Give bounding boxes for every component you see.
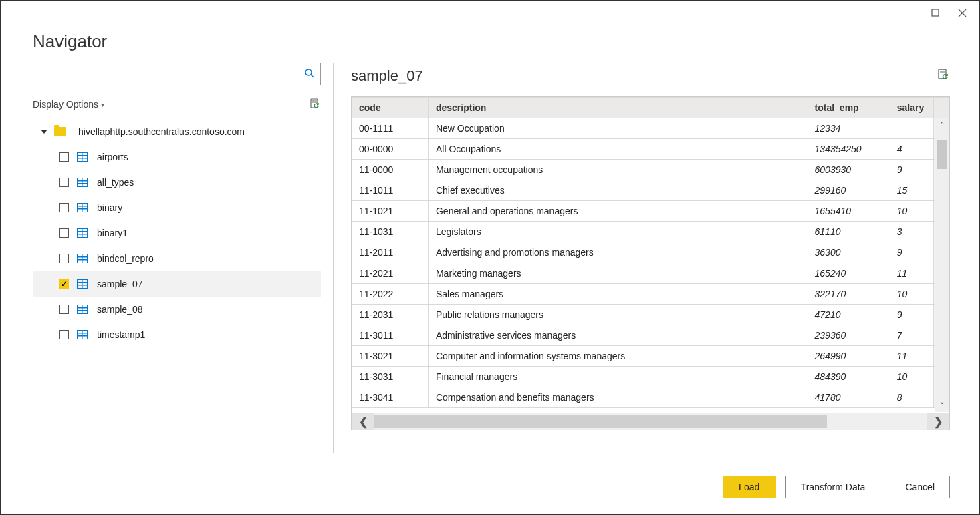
cell-total_emp: 299160: [808, 180, 890, 201]
cell-total_emp: 264990: [808, 346, 890, 367]
maximize-icon: [931, 9, 939, 17]
cell-code: 11-1011: [352, 180, 429, 201]
table-icon: [77, 330, 88, 339]
col-header-total-emp[interactable]: total_emp: [808, 98, 890, 118]
horizontal-scrollbar[interactable]: ❮ ❯: [352, 413, 949, 430]
cell-description: New Occupation: [428, 118, 808, 139]
cell-total_emp: 41780: [808, 387, 890, 408]
cell-total_emp: 47210: [808, 305, 890, 325]
tree-item-airports[interactable]: airports: [33, 144, 321, 170]
cell-salary: [890, 118, 934, 139]
cell-description: Management occupations: [428, 160, 808, 180]
cell-description: All Occupations: [428, 139, 808, 160]
display-options-label: Display Options: [33, 99, 98, 110]
tree-item-label: all_types: [97, 177, 134, 188]
svg-point-3: [305, 69, 312, 75]
cell-salary: 10: [890, 284, 934, 305]
tree-item-label: binary1: [97, 228, 128, 238]
search-input[interactable]: [40, 68, 304, 80]
tree-item-timestamp1[interactable]: timestamp1: [33, 322, 321, 347]
tree-item-checkbox[interactable]: [59, 228, 69, 238]
cell-total_emp: 1655410: [808, 201, 890, 222]
preview-grid: code description total_emp salary 00-111…: [351, 96, 950, 430]
cell-salary: 9: [890, 242, 934, 263]
tree-item-label: airports: [97, 152, 128, 162]
window-maximize-button[interactable]: [922, 3, 949, 22]
cell-total_emp: 12334: [808, 118, 890, 139]
dialog-footer: Load Transform Data Cancel: [723, 476, 950, 498]
cell-description: Chief executives: [428, 180, 808, 201]
cell-code: 00-1111: [352, 118, 429, 139]
scroll-down-icon[interactable]: ˅: [935, 399, 949, 412]
hscroll-thumb[interactable]: [374, 415, 827, 428]
cell-description: Computer and information systems manager…: [428, 346, 808, 367]
scroll-right-icon[interactable]: ❯: [927, 413, 949, 430]
table-row[interactable]: 11-1021General and operations managers16…: [352, 201, 949, 222]
cancel-button[interactable]: Cancel: [890, 476, 950, 498]
vertical-scrollbar[interactable]: ˄ ˅: [935, 118, 949, 412]
tree-item-checkbox[interactable]: [59, 279, 69, 289]
table-row[interactable]: 11-3041Compensation and benefits manager…: [352, 387, 949, 408]
table-row[interactable]: 11-3021Computer and information systems …: [352, 346, 949, 367]
transform-data-button[interactable]: Transform Data: [785, 476, 881, 498]
cell-code: 11-3011: [352, 325, 429, 346]
table-row[interactable]: 00-0000All Occupations1343542504: [352, 139, 949, 160]
table-row[interactable]: 11-2011Advertising and promotions manage…: [352, 242, 949, 263]
folder-icon: [54, 127, 66, 136]
table-icon: [77, 279, 88, 289]
tree-item-label: sample_08: [97, 304, 143, 315]
table-row[interactable]: 00-1111New Occupation12334: [352, 118, 949, 139]
tree-item-label: binary: [97, 202, 122, 213]
cell-description: Legislators: [428, 222, 808, 242]
table-row[interactable]: 11-2022Sales managers32217010: [352, 284, 949, 305]
col-header-code[interactable]: code: [352, 98, 429, 118]
table-row[interactable]: 11-3011Administrative services managers2…: [352, 325, 949, 346]
tree-item-all_types[interactable]: all_types: [33, 170, 321, 195]
vscroll-thumb[interactable]: [937, 140, 947, 169]
tree-item-label: timestamp1: [97, 329, 145, 340]
data-table-viewport: code description total_emp salary 00-111…: [352, 97, 949, 413]
tree-item-checkbox[interactable]: [59, 203, 69, 212]
table-row[interactable]: 11-3031Financial managers48439010: [352, 367, 949, 387]
cell-salary: 4: [890, 139, 934, 160]
load-button[interactable]: Load: [723, 476, 776, 498]
vscroll-track[interactable]: [935, 132, 949, 399]
refresh-button[interactable]: [937, 69, 950, 84]
tree-root-row[interactable]: hivellaphttp.southcentralus.contoso.com: [33, 119, 321, 144]
tree-item-label: bindcol_repro: [97, 253, 154, 264]
scroll-left-icon[interactable]: ❮: [352, 413, 374, 430]
table-row[interactable]: 11-2031Public relations managers472109: [352, 305, 949, 325]
tree-item-checkbox[interactable]: [59, 305, 69, 314]
tree-item-checkbox[interactable]: [59, 254, 69, 263]
display-options-row: Display Options ▾: [33, 95, 321, 114]
cell-total_emp: 322170: [808, 284, 890, 305]
col-header-salary[interactable]: salary: [890, 98, 934, 118]
tree-root-label: hivellaphttp.southcentralus.contoso.com: [78, 126, 245, 137]
tree-item-binary[interactable]: binary: [33, 195, 321, 220]
table-row[interactable]: 11-0000Management occupations60039309: [352, 160, 949, 180]
table-icon: [77, 152, 88, 162]
tree-item-checkbox[interactable]: [59, 152, 69, 162]
cell-salary: 7: [890, 325, 934, 346]
tree-item-bindcol_repro[interactable]: bindcol_repro: [33, 246, 321, 271]
search-box[interactable]: [33, 63, 321, 85]
tree-item-sample_07[interactable]: sample_07: [33, 271, 321, 297]
display-options-dropdown[interactable]: Display Options ▾: [33, 99, 104, 110]
tree-item-checkbox[interactable]: [59, 178, 69, 187]
table-row[interactable]: 11-1031Legislators611103: [352, 222, 949, 242]
cell-salary: 9: [890, 160, 934, 180]
cell-description: Sales managers: [428, 284, 808, 305]
tree-item-sample_08[interactable]: sample_08: [33, 297, 321, 322]
cell-description: General and operations managers: [428, 201, 808, 222]
tree-item-checkbox[interactable]: [59, 330, 69, 339]
table-row[interactable]: 11-2021Marketing managers16524011: [352, 263, 949, 284]
cell-code: 11-2022: [352, 284, 429, 305]
col-header-description[interactable]: description: [428, 98, 808, 118]
hscroll-track[interactable]: [374, 413, 927, 430]
refresh-preview-icon[interactable]: [309, 98, 321, 110]
scroll-up-icon[interactable]: ˄: [935, 118, 949, 132]
cell-code: 11-3021: [352, 346, 429, 367]
tree-item-binary1[interactable]: binary1: [33, 220, 321, 246]
window-close-button[interactable]: [949, 3, 975, 22]
table-row[interactable]: 11-1011Chief executives29916015: [352, 180, 949, 201]
